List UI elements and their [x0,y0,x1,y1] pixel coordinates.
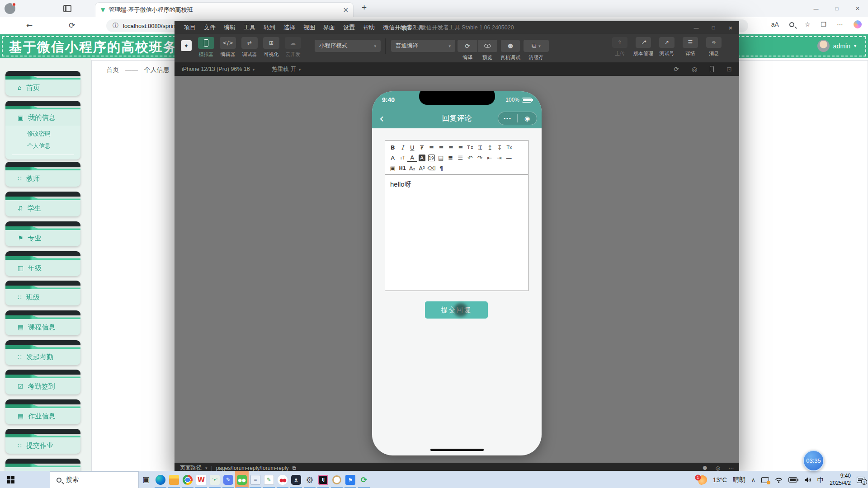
cast-screen-icon[interactable] [761,477,769,483]
strikethrough-icon[interactable]: ₮ [417,142,427,153]
taskbar-app-chrome[interactable] [181,471,194,488]
task-view-icon[interactable]: ▣ [142,475,150,484]
taskbar-app-editor[interactable]: ✎ [222,471,235,488]
menu-edit[interactable]: 编辑 [220,23,240,32]
browser-tab[interactable]: ▼ 管理端-基于微信小程序的高校班 × [95,2,354,17]
browser-maximize-button[interactable]: □ [826,0,847,17]
bug-icon[interactable]: ⚉ [703,465,708,471]
pin-icon[interactable]: ✦ [181,40,192,51]
menu-help[interactable]: 帮助 [359,23,379,32]
divider-icon[interactable]: — [504,153,514,163]
temperature[interactable]: 13°C [713,476,727,483]
action-center-icon[interactable]: 1 [857,477,864,483]
ordered-list-icon[interactable]: ≣ [446,153,456,163]
collections-icon[interactable]: ❐ [821,21,826,28]
sidebar-item-home[interactable]: ⌂首页 [5,71,80,96]
sidebar-item-homework[interactable]: ▤作业信息 [5,399,80,424]
copilot-icon[interactable] [854,20,862,28]
site-info-icon[interactable]: ⓘ [113,22,118,30]
clear-format-icon[interactable]: Tx [505,142,514,153]
bold-icon[interactable]: B [388,142,398,153]
taskbar-app-tencent-docs[interactable]: ⚑ [344,471,357,488]
align-justify-icon[interactable]: ≡ [456,142,466,153]
messages-button[interactable]: ⍾消息 [702,37,726,57]
more-dots-icon[interactable]: ••• [498,116,517,121]
new-tab-button[interactable]: + [362,3,367,13]
sidebar-item-teacher[interactable]: ∷教师 [5,162,80,187]
floating-clock-widget[interactable]: 03:35 [803,450,824,471]
indent-icon[interactable]: ⇥ [495,153,505,163]
device-selector[interactable]: iPhone 12/13 (Pro) 96% 16▾ [182,66,255,72]
compile-mode-dropdown[interactable]: 普通编译▾ [391,40,455,52]
back-icon[interactable]: ← [26,21,33,30]
weather-text[interactable]: 晴朗 [733,476,745,484]
test-account-button[interactable]: ↗测试号 [655,37,679,57]
tab-close-icon[interactable]: × [343,6,349,14]
rotate-icon[interactable]: ⟳ [674,66,679,73]
speaker-icon[interactable] [804,477,811,483]
menu-interface[interactable]: 界面 [319,23,339,32]
browser-minimize-button[interactable]: — [806,0,826,17]
tool-simulator[interactable]: 模拟器 [195,37,217,58]
taskbar-app-notepad[interactable]: ≡ [249,471,262,488]
details-button[interactable]: ☰详情 [679,37,702,57]
tray-chevron-up-icon[interactable]: ∧ [751,477,755,483]
text-color-icon[interactable]: A [407,154,417,162]
todo-list-icon[interactable]: ▤ [436,153,446,163]
clear-cache-button[interactable]: ⧉▾ [524,40,549,52]
image-icon[interactable]: ▣ [388,163,398,174]
devtools-minimize-button[interactable]: — [688,21,705,34]
editor-content[interactable]: hello呀 [385,175,528,194]
menu-goto[interactable]: 转到 [259,23,279,32]
wifi-icon[interactable] [775,477,783,483]
underline-icon[interactable]: U [407,142,417,153]
menu-tools[interactable]: 工具 [240,23,259,32]
more-menu-icon[interactable]: ⋯ [728,465,734,471]
taskbar-app-xmind[interactable]: ᵔᴥᵔ [208,471,222,488]
hot-reload-toggle[interactable]: 热重载 开▾ [272,66,301,73]
taskbar-search[interactable]: 搜索 [50,471,139,488]
align-center-icon[interactable]: ≡ [437,142,447,153]
taskbar-app-idea[interactable]: IJ [316,471,330,488]
taskbar-app-meeting[interactable]: ●● [276,471,289,488]
heading-icon[interactable]: H1 [398,163,408,174]
taskbar-app-edge[interactable] [154,471,167,488]
screenshot-icon[interactable]: ⊡ [726,66,732,73]
sidebar-item-start-attendance[interactable]: ∷发起考勤 [5,340,80,365]
compile-button[interactable]: ⟳ [458,40,477,52]
taskbar-app-wechat-active[interactable]: ●● [235,471,249,488]
start-button[interactable] [0,471,22,488]
submit-reply-button[interactable]: 提交回复 [425,301,488,319]
redo-icon[interactable]: ↷ [475,153,485,163]
browser-profile-avatar[interactable] [5,3,15,14]
taskbar-app-doc-editor[interactable]: ✎ [262,471,276,488]
sidebar-item-attendance-sign[interactable]: ☑考勤签到 [5,370,80,394]
back-chevron-icon[interactable]: ‹ [379,113,384,124]
upload-button[interactable]: ⇧上传 [608,37,632,57]
align-left-icon[interactable]: ≡ [427,142,437,153]
valign-top-icon[interactable]: ↥ [485,142,495,153]
admin-menu[interactable]: admin ▾ [817,40,856,52]
favorite-star-icon[interactable]: ☆ [805,21,811,28]
menu-view[interactable]: 视图 [299,23,319,32]
italic-icon[interactable]: I [398,142,408,153]
breadcrumb-home[interactable]: 首页 [106,66,119,73]
device-frame-icon[interactable] [710,66,714,72]
text-size-icon[interactable]: aA [771,21,779,28]
menu-file[interactable]: 文件 [200,23,220,32]
tool-cloud-dev[interactable]: ☁云开发 [282,37,304,58]
remote-debug-button[interactable]: ⚉ [501,40,520,52]
devtools-maximize-button[interactable]: □ [705,21,722,34]
unordered-list-icon[interactable]: ☰ [456,153,466,163]
sidebar-item-class[interactable]: ∷班级 [5,281,80,305]
undo-icon[interactable]: ↶ [465,153,475,163]
date-icon[interactable]: 19 [428,155,435,161]
font-size-icon[interactable]: ᴛT [398,153,408,163]
trash-icon[interactable]: ⌫ [427,163,437,174]
more-menu-icon[interactable]: ⋯ [837,21,843,28]
taskbar-app-settings[interactable]: ⚙ [303,471,316,488]
tool-debugger[interactable]: ⇄调试器 [239,37,260,58]
workspaces-icon[interactable] [63,5,71,12]
tool-editor[interactable]: </>编辑器 [217,37,239,58]
version-control-button[interactable]: ⎇版本管理 [632,37,655,57]
